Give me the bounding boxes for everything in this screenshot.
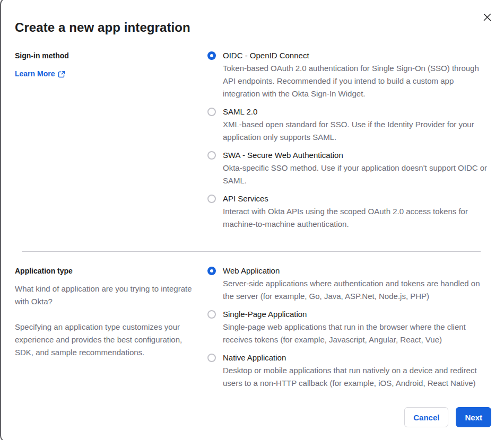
application-type-description-2: Specifying an application type customize… bbox=[15, 321, 195, 359]
radio-option-web-application[interactable]: Web Application Server-side applications… bbox=[207, 265, 491, 303]
learn-more-label: Learn More bbox=[15, 68, 55, 79]
radio-option-native-application[interactable]: Native Application Desktop or mobile app… bbox=[207, 351, 491, 390]
signin-method-section: Sign-in method Learn More OIDC - OpenID … bbox=[15, 49, 491, 231]
option-label: SAML 2.0 bbox=[223, 105, 489, 118]
option-description: Server-side applications where authentic… bbox=[223, 277, 489, 303]
dialog-footer: Cancel Next bbox=[404, 407, 491, 427]
option-label: Native Application bbox=[223, 351, 489, 364]
page-title: Create a new app integration bbox=[15, 0, 491, 35]
radio-option-saml[interactable]: SAML 2.0 XML-based open standard for SSO… bbox=[207, 105, 491, 144]
option-description: Desktop or mobile applications that run … bbox=[223, 364, 489, 390]
radio-unselected-icon[interactable] bbox=[207, 151, 216, 160]
application-type-description-1: What kind of application are you trying … bbox=[15, 283, 195, 308]
next-button[interactable]: Next bbox=[456, 407, 491, 427]
option-description: Okta-specific SSO method. Use if your ap… bbox=[223, 162, 489, 187]
option-label: Single-Page Application bbox=[223, 308, 489, 321]
signin-method-radio-group: OIDC - OpenID Connect Token-based OAuth … bbox=[207, 49, 491, 231]
radio-unselected-icon[interactable] bbox=[207, 195, 216, 203]
application-type-left-column: Application type What kind of applicatio… bbox=[15, 265, 207, 390]
radio-unselected-icon[interactable] bbox=[207, 108, 216, 116]
close-icon bbox=[483, 13, 491, 21]
radio-option-single-page-application[interactable]: Single-Page Application Single-page web … bbox=[207, 308, 491, 346]
option-label: API Services bbox=[223, 192, 489, 205]
radio-selected-icon[interactable] bbox=[207, 267, 216, 275]
option-description: Single-page web applications that run in… bbox=[223, 321, 489, 346]
radio-option-oidc[interactable]: OIDC - OpenID Connect Token-based OAuth … bbox=[207, 49, 491, 100]
radio-selected-icon[interactable] bbox=[207, 51, 216, 60]
radio-option-api-services[interactable]: API Services Interact with Okta APIs usi… bbox=[207, 192, 491, 231]
signin-method-label: Sign-in method bbox=[15, 49, 207, 61]
option-description: Token-based OAuth 2.0 authentication for… bbox=[223, 62, 489, 100]
radio-unselected-icon[interactable] bbox=[207, 310, 216, 319]
section-divider bbox=[22, 251, 481, 252]
close-button[interactable] bbox=[481, 11, 493, 23]
option-label: SWA - Secure Web Authentication bbox=[223, 149, 489, 162]
application-type-label: Application type bbox=[15, 265, 207, 276]
application-type-section: Application type What kind of applicatio… bbox=[15, 265, 491, 390]
option-label: OIDC - OpenID Connect bbox=[223, 49, 489, 62]
create-app-integration-dialog: Create a new app integration Sign-in met… bbox=[0, 0, 504, 440]
signin-method-left-column: Sign-in method Learn More bbox=[15, 49, 207, 231]
application-type-radio-group: Web Application Server-side applications… bbox=[207, 265, 491, 390]
option-label: Web Application bbox=[223, 265, 489, 277]
radio-unselected-icon[interactable] bbox=[207, 354, 216, 362]
radio-option-swa[interactable]: SWA - Secure Web Authentication Okta-spe… bbox=[207, 149, 491, 187]
learn-more-link[interactable]: Learn More bbox=[15, 68, 65, 79]
option-description: Interact with Okta APIs using the scoped… bbox=[223, 205, 489, 231]
external-link-icon bbox=[58, 71, 65, 78]
cancel-button[interactable]: Cancel bbox=[404, 407, 448, 427]
option-description: XML-based open standard for SSO. Use if … bbox=[223, 118, 489, 144]
